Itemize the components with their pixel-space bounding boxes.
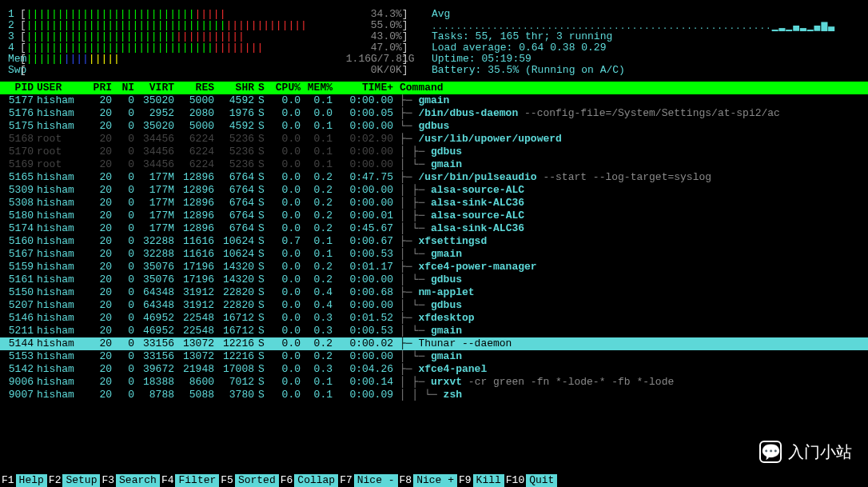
- process-row[interactable]: 5165hisham200177M128966764S0.00.20:47.75…: [0, 171, 868, 184]
- flabel-setup[interactable]: Setup: [62, 474, 100, 487]
- process-row[interactable]: 5144hisham200331561307212216S0.00.20:00.…: [0, 337, 868, 350]
- mem-meter: Mem [ ||||||||||||||| 1.16G/7.81G ]: [8, 53, 416, 64]
- fkey-F2[interactable]: F2: [47, 474, 63, 487]
- flabel-sorted[interactable]: Sorted: [235, 474, 279, 487]
- fkey-F8[interactable]: F8: [398, 474, 414, 487]
- cpu-graph-icon: ........................................…: [432, 19, 860, 30]
- fkey-F5[interactable]: F5: [219, 474, 235, 487]
- process-row[interactable]: 5167hisham200322881161610624S0.00.10:00.…: [0, 248, 868, 261]
- process-row[interactable]: 5308hisham200177M128966764S0.00.20:00.00…: [0, 197, 868, 210]
- process-row[interactable]: 5169root2003445662245236S0.00.10:00.00│ …: [0, 158, 868, 171]
- fkey-F7[interactable]: F7: [338, 474, 354, 487]
- flabel-filter[interactable]: Filter: [175, 474, 219, 487]
- cpu-meters: 1[||||||||||||||||||||||||||||||||34.3%]…: [8, 8, 416, 75]
- process-row[interactable]: 5153hisham200331561307212216S0.00.20:00.…: [0, 350, 868, 363]
- swap-meter: Swp [ 0K/0K ]: [8, 64, 416, 75]
- cpu-meter-1: 1[||||||||||||||||||||||||||||||||34.3%]: [8, 8, 416, 19]
- load-info: Load average: 0.64 0.38 0.29: [432, 42, 860, 53]
- meters-section: 1[||||||||||||||||||||||||||||||||34.3%]…: [0, 0, 868, 75]
- tasks-info: Tasks: 55, 165 thr; 3 running: [432, 30, 860, 42]
- system-info: Avg ....................................…: [432, 8, 860, 75]
- wechat-icon: 💬: [759, 441, 782, 463]
- process-list[interactable]: 5177hisham2003502050004592S0.00.10:00.00…: [0, 94, 868, 401]
- flabel-collap[interactable]: Collap: [294, 474, 338, 487]
- avg-label: Avg: [432, 8, 860, 19]
- process-row[interactable]: 5170root2003445662245236S0.00.10:00.00│ …: [0, 146, 868, 158]
- fkey-F4[interactable]: F4: [160, 474, 176, 487]
- process-row[interactable]: 5309hisham200177M128966764S0.00.20:00.00…: [0, 184, 868, 197]
- fkey-F3[interactable]: F3: [100, 474, 116, 487]
- fkey-F1[interactable]: F1: [0, 474, 16, 487]
- process-row[interactable]: 5142hisham200396722194817008S0.00.30:04.…: [0, 363, 868, 376]
- process-row[interactable]: 5180hisham200177M128966764S0.00.20:00.01…: [0, 210, 868, 222]
- flabel-search[interactable]: Search: [116, 474, 160, 487]
- process-row[interactable]: 5150hisham200643483191222820S0.00.40:00.…: [0, 286, 868, 299]
- process-row[interactable]: 9006hisham2001838886007012S0.00.10:00.14…: [0, 376, 868, 389]
- flabel-nice -[interactable]: Nice -: [354, 474, 398, 487]
- process-row[interactable]: 5168root2003445662245236S0.00.10:02.90├─…: [0, 133, 868, 146]
- cpu-meter-4: 4[||||||||||||||||||||||||||||||||||||||…: [8, 42, 416, 53]
- process-row[interactable]: 5211hisham200469522254816712S0.00.30:00.…: [0, 325, 868, 337]
- process-row[interactable]: 5160hisham200322881161610624S0.70.10:00.…: [0, 235, 868, 248]
- uptime-info: Uptime: 05:19:59: [432, 53, 860, 64]
- watermark: 💬 入门小站: [759, 441, 852, 463]
- process-row[interactable]: 5159hisham200350761719614320S0.00.20:01.…: [0, 261, 868, 273]
- battery-info: Battery: 35.5% (Running on A/C): [432, 64, 860, 75]
- process-row[interactable]: 5161hisham200350761719614320S0.00.20:00.…: [0, 273, 868, 286]
- flabel-nice +[interactable]: Nice +: [413, 474, 457, 487]
- flabel-quit[interactable]: Quit: [526, 474, 557, 487]
- process-row[interactable]: 9007hisham200878850883780S0.00.10:00.09│…: [0, 389, 868, 401]
- process-row[interactable]: 5177hisham2003502050004592S0.00.10:00.00…: [0, 94, 868, 107]
- process-row[interactable]: 5175hisham2003502050004592S0.00.10:00.00…: [0, 120, 868, 133]
- fkey-F10[interactable]: F10: [504, 474, 526, 487]
- cpu-meter-3: 3[|||||||||||||||||||||||||||||||||||43.…: [8, 30, 416, 42]
- process-row[interactable]: 5176hisham200295220801976S0.00.00:00.05 …: [0, 107, 868, 120]
- process-row[interactable]: 5174hisham200177M128966764S0.00.20:45.67…: [0, 222, 868, 235]
- cpu-meter-2: 2[||||||||||||||||||||||||||||||||||||||…: [8, 19, 416, 30]
- fkey-F6[interactable]: F6: [279, 474, 295, 487]
- fkey-F9[interactable]: F9: [457, 474, 473, 487]
- flabel-kill[interactable]: Kill: [473, 474, 504, 487]
- flabel-help[interactable]: Help: [16, 474, 47, 487]
- function-keys: F1HelpF2SetupF3SearchF4FilterF5SortedF6C…: [0, 474, 868, 487]
- process-row[interactable]: 5146hisham200469522254816712S0.00.30:01.…: [0, 312, 868, 325]
- column-headers[interactable]: PID USER PRI NI VIRT RES SHR S CPU% MEM%…: [0, 82, 868, 94]
- process-row[interactable]: 5207hisham200643483191222820S0.00.40:00.…: [0, 299, 868, 312]
